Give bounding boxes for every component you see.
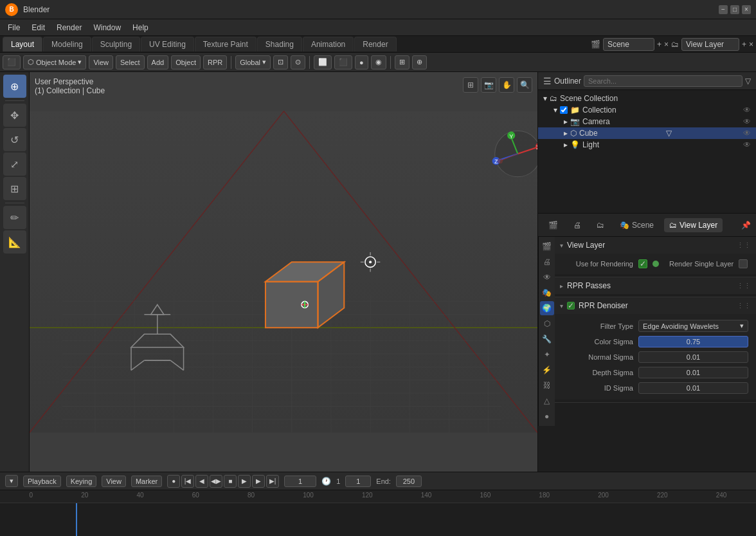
viewlayer-section-header[interactable]: ▾ View Layer ⋮⋮ <box>555 237 756 254</box>
camera-view-btn[interactable]: 📷 <box>481 77 496 93</box>
tl-step-back-btn[interactable]: ◀ <box>195 475 208 488</box>
tool-cursor[interactable]: ⊕ <box>3 75 26 98</box>
outliner-search[interactable] <box>584 75 742 87</box>
shading-render-btn[interactable]: ◉ <box>371 55 386 69</box>
props-icon-render[interactable]: 🎬 <box>540 239 554 254</box>
outliner-camera[interactable]: ▸ 📷 Camera 👁 <box>538 116 756 127</box>
tl-play-back-btn[interactable]: ◀▶ <box>210 475 222 488</box>
props-icon-physics[interactable]: ⚡ <box>540 363 554 377</box>
tl-current-frame[interactable] <box>284 476 316 487</box>
timeline-track[interactable] <box>0 503 756 536</box>
timeline-ruler[interactable]: 0 20 40 60 80 100 120 140 160 180 200 22… <box>0 490 756 503</box>
shading-mat-btn[interactable]: ● <box>355 55 368 69</box>
filter-icon[interactable]: ▽ <box>745 77 751 86</box>
rpr-denoiser-header[interactable]: ▾ ✓ RPR Denoiser ⋮⋮ <box>555 297 756 314</box>
menu-render[interactable]: Render <box>51 22 87 33</box>
rpr-menu[interactable]: RPR <box>203 55 227 69</box>
rpr-denoiser-options[interactable]: ⋮⋮ <box>737 302 751 310</box>
tool-move[interactable]: ✥ <box>3 104 26 127</box>
tl-end-frame[interactable] <box>396 476 422 487</box>
menu-edit[interactable]: Edit <box>26 22 50 33</box>
tool-scale[interactable]: ⤢ <box>3 152 26 176</box>
minimize-button[interactable]: − <box>719 5 728 14</box>
transform-selector[interactable]: Global ▾ <box>235 55 271 69</box>
tab-layout[interactable]: Layout <box>3 37 42 51</box>
viewport-icon[interactable]: ⬛ <box>3 55 21 69</box>
props-icon-output[interactable]: 🖨 <box>540 255 554 269</box>
tl-keying-btn[interactable]: Keying <box>66 476 97 487</box>
viewlayer-input[interactable] <box>681 38 739 51</box>
props-tab-view[interactable]: 🗂 <box>591 218 609 232</box>
props-tab-render[interactable]: 🎬 <box>543 218 563 232</box>
tab-texture-paint[interactable]: Texture Paint <box>195 37 256 51</box>
tab-animation[interactable]: Animation <box>303 37 354 51</box>
tl-record-btn[interactable]: ● <box>167 475 180 488</box>
filter-type-dropdown[interactable]: Edge Avoiding Wavelets ▾ <box>638 320 748 332</box>
props-icon-particles[interactable]: ✦ <box>540 347 554 362</box>
menu-window[interactable]: Window <box>88 22 126 33</box>
viewlayer-add-btn[interactable]: + <box>742 40 746 49</box>
scene-add-btn[interactable]: + <box>657 40 662 49</box>
close-button[interactable]: × <box>742 5 751 14</box>
menu-file[interactable]: File <box>3 22 25 33</box>
tool-measure[interactable]: 📐 <box>3 230 26 254</box>
props-icon-view[interactable]: 👁 <box>540 270 554 284</box>
color-sigma-value[interactable]: 0.75 <box>638 336 748 347</box>
tab-sculpting[interactable]: Sculpting <box>92 37 140 51</box>
hand-btn[interactable]: ✋ <box>499 77 514 93</box>
id-sigma-value[interactable]: 0.01 <box>638 382 748 394</box>
scene-input[interactable] <box>603 38 654 51</box>
view-menu[interactable]: View <box>89 55 113 69</box>
scene-del-btn[interactable]: × <box>664 40 669 49</box>
tl-marker-btn[interactable]: Marker <box>131 476 162 487</box>
tl-view-btn[interactable]: View <box>102 476 126 487</box>
proportional-btn[interactable]: ⊙ <box>291 55 305 69</box>
props-icon-data[interactable]: △ <box>540 394 554 408</box>
tl-step-fwd-btn[interactable]: ▶ <box>252 475 265 488</box>
outliner-collection[interactable]: ▾ 📁 Collection 👁 <box>538 104 756 116</box>
viewport[interactable]: User Perspective (1) Collection | Cube <box>30 72 537 472</box>
mode-selector[interactable]: ⬡ Object Mode ▾ <box>23 55 86 69</box>
props-tab-output[interactable]: 🖨 <box>568 218 586 232</box>
gizmo-btn[interactable]: ⊕ <box>412 55 427 69</box>
light-eye[interactable]: 👁 <box>743 140 751 149</box>
props-tab-scene[interactable]: 🎭 Scene <box>615 218 659 232</box>
props-tab-viewlayer[interactable]: 🗂 View Layer <box>664 218 723 232</box>
tab-uv-editing[interactable]: UV Editing <box>141 37 194 51</box>
collection-visibility[interactable] <box>560 106 568 114</box>
tl-jump-end-btn[interactable]: ▶| <box>266 475 279 488</box>
zoom-btn[interactable]: 🔍 <box>517 77 532 93</box>
scene-collection[interactable]: ▾ 🗂 Scene Collection <box>538 93 756 104</box>
props-pin[interactable]: 📌 <box>741 221 751 230</box>
depth-sigma-value[interactable]: 0.01 <box>638 367 748 378</box>
tab-render[interactable]: Render <box>354 37 396 51</box>
camera-eye[interactable]: 👁 <box>743 117 751 126</box>
outliner-light[interactable]: ▸ 💡 Light 👁 <box>538 139 756 151</box>
cube-eye[interactable]: 👁 <box>743 129 751 138</box>
props-icon-modifier[interactable]: 🔧 <box>540 332 554 346</box>
shading-wire-btn[interactable]: ⬜ <box>314 55 332 69</box>
tl-stop-btn[interactable]: ■ <box>224 475 237 488</box>
tool-rotate[interactable]: ↺ <box>3 128 26 151</box>
tl-jump-start-btn[interactable]: |◀ <box>181 475 194 488</box>
props-icon-object[interactable]: ⬡ <box>540 317 554 331</box>
tool-transform[interactable]: ⊞ <box>3 177 26 200</box>
props-icon-world[interactable]: 🌍 <box>540 301 554 315</box>
outliner-cube[interactable]: ▸ ⬡ Cube ▽ 👁 <box>538 127 756 139</box>
tl-start-frame[interactable] <box>345 476 371 487</box>
toggle-view-btn[interactable]: ⊞ <box>463 77 478 93</box>
object-menu[interactable]: Object <box>171 55 201 69</box>
props-icon-scene[interactable]: 🎭 <box>540 286 554 300</box>
viewlayer-del-btn[interactable]: × <box>749 40 753 49</box>
snap-btn[interactable]: ⊡ <box>273 55 288 69</box>
use-rendering-checkbox[interactable]: ✓ <box>638 259 647 268</box>
shading-solid-btn[interactable]: ⬛ <box>334 55 352 69</box>
rpr-passes-options[interactable]: ⋮⋮ <box>737 282 751 290</box>
rpr-denoiser-enabled[interactable]: ✓ <box>567 302 575 310</box>
tab-modeling[interactable]: Modeling <box>43 37 91 51</box>
menu-help[interactable]: Help <box>127 22 154 33</box>
tool-annotate[interactable]: ✏ <box>3 206 26 229</box>
props-icon-material[interactable]: ● <box>540 409 554 423</box>
add-menu[interactable]: Add <box>147 55 169 69</box>
tab-shading[interactable]: Shading <box>257 37 302 51</box>
